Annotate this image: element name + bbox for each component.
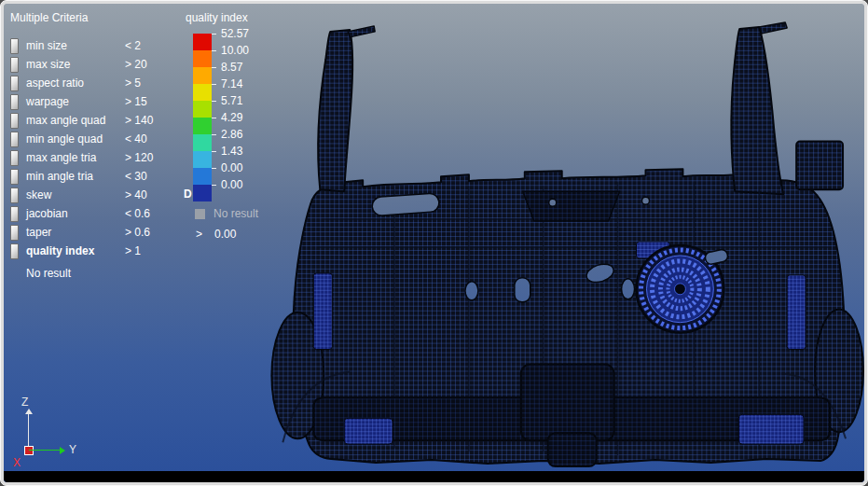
axis-origin: [24, 446, 34, 455]
legend-value: 4.29: [221, 111, 242, 124]
criterion-value: > 20: [125, 58, 147, 71]
legend-row: 10.00: [193, 50, 296, 67]
legend-panel: quality index D 52.5710.008.577.145.714.…: [184, 8, 296, 241]
criterion-label: max size: [26, 58, 125, 71]
criteria-row: min angle quad< 40: [10, 130, 184, 148]
legend-row: 8.57: [193, 67, 296, 84]
criterion-label: warpage: [26, 95, 125, 108]
criterion-checkbox[interactable]: [10, 150, 19, 166]
criterion-value: > 140: [125, 114, 153, 127]
legend-title: quality index: [184, 8, 296, 27]
criterion-value: > 0.6: [125, 226, 150, 239]
legend-tick: [212, 34, 216, 35]
axis-y-arrow-icon: [60, 447, 65, 454]
legend-value: 8.57: [221, 61, 242, 74]
legend-value: 52.57: [221, 27, 249, 40]
legend-row: 4.29: [193, 118, 296, 134]
criteria-row: max angle quad> 140: [10, 111, 184, 130]
legend-over-value: 0.00: [214, 228, 236, 241]
legend-value: 2.86: [221, 128, 242, 141]
legend-swatch: [193, 151, 212, 168]
3d-viewport[interactable]: Multiple Criteria min size< 2max size> 2…: [4, 4, 864, 482]
criteria-row: quality index> 1: [10, 242, 184, 260]
criterion-label: skew: [26, 188, 125, 201]
legend-tick: [212, 101, 216, 102]
criterion-value: > 5: [125, 76, 141, 90]
legend-tick: [212, 185, 216, 186]
legend-swatch: [193, 101, 212, 118]
legend-tick: [212, 84, 216, 85]
legend-default-marker: D: [184, 187, 192, 201]
axis-z-label: Z: [21, 396, 28, 409]
top-recess: [523, 191, 620, 221]
criteria-row: skew> 40: [10, 186, 184, 204]
criterion-checkbox[interactable]: [10, 132, 19, 147]
criterion-checkbox[interactable]: [10, 187, 19, 203]
criterion-checkbox[interactable]: [10, 169, 19, 185]
center-recess: [521, 364, 614, 440]
legend-row: 5.71: [193, 101, 296, 118]
criterion-value: > 1: [125, 244, 141, 257]
axis-y-label: Y: [69, 443, 76, 456]
right-bracket: [796, 141, 843, 189]
legend-value: 0.00: [221, 178, 242, 191]
criteria-row: aspect ratio> 5: [10, 74, 184, 92]
legend-swatch: [193, 34, 212, 50]
criteria-no-result-label: No result: [10, 264, 184, 283]
legend-swatch: [193, 84, 212, 101]
criteria-row: warpage> 15: [10, 92, 184, 111]
axis-z-line: [28, 413, 29, 447]
window-frame: Multiple Criteria min size< 2max size> 2…: [0, 0, 868, 486]
exhaust-recess: [548, 433, 597, 466]
legend-row: 0.00: [193, 185, 296, 201]
legend-over-marker: >: [196, 228, 202, 241]
criterion-value: < 40: [125, 132, 147, 146]
legend-row: 7.14: [193, 84, 296, 101]
criterion-label: taper: [26, 226, 125, 239]
bottom-bar: [4, 471, 864, 482]
criteria-row: min angle tria< 30: [10, 167, 184, 186]
legend-over-row: > 0.00: [196, 228, 296, 241]
criterion-label: max angle tria: [26, 151, 125, 164]
criterion-label: quality index: [26, 244, 125, 257]
criterion-checkbox[interactable]: [10, 113, 19, 129]
criterion-value: > 120: [125, 151, 153, 164]
legend-bar: D 52.5710.008.577.145.714.292.861.430.00…: [193, 34, 296, 201]
criterion-label: min angle tria: [26, 170, 125, 183]
criterion-checkbox[interactable]: [10, 206, 19, 222]
criterion-checkbox[interactable]: [10, 243, 19, 259]
criterion-label: jacobian: [26, 207, 125, 220]
criterion-label: min angle quad: [26, 132, 125, 146]
legend-tick: [212, 168, 216, 169]
legend-swatch: [193, 50, 212, 67]
legend-value: 0.00: [221, 161, 242, 174]
legend-swatch: [193, 168, 212, 185]
criteria-row: max angle tria> 120: [10, 148, 184, 167]
criterion-checkbox[interactable]: [10, 94, 19, 110]
axis-x-label: X: [13, 456, 21, 469]
legend-tick: [212, 118, 216, 118]
criterion-checkbox[interactable]: [10, 38, 19, 54]
criteria-panel: Multiple Criteria min size< 2max size> 2…: [10, 8, 184, 283]
axis-z-arrow-icon: [25, 409, 33, 414]
legend-row: 0.00: [193, 168, 296, 185]
criterion-label: aspect ratio: [26, 76, 125, 90]
axis-y-line: [29, 450, 61, 451]
legend-swatch: [193, 118, 212, 134]
legend-value: 7.14: [221, 77, 242, 90]
criteria-title: Multiple Criteria: [10, 8, 184, 27]
criterion-value: < 2: [125, 39, 141, 52]
legend-swatch: [193, 134, 212, 151]
legend-value: 10.00: [221, 44, 249, 57]
criterion-value: < 30: [125, 170, 147, 183]
axis-triad: Z Y X: [13, 400, 97, 467]
criterion-checkbox[interactable]: [10, 76, 19, 91]
legend-value: 5.71: [221, 94, 242, 107]
legend-tick: [212, 50, 216, 51]
legend-tick: [212, 67, 216, 68]
legend-tick: [212, 151, 216, 152]
criterion-checkbox[interactable]: [10, 225, 19, 241]
criterion-checkbox[interactable]: [10, 57, 19, 73]
criterion-label: max angle quad: [26, 114, 125, 127]
legend-no-result-row: No result: [195, 207, 296, 220]
